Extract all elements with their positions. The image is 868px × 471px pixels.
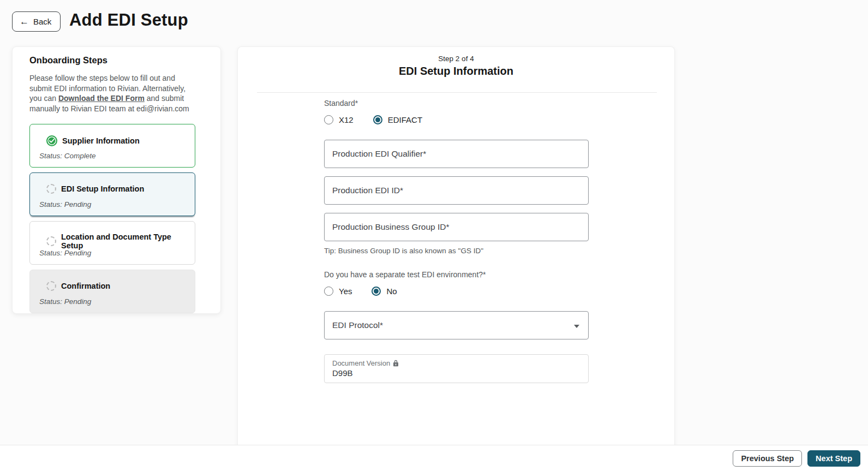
document-version-field: Document Version D99B: [324, 354, 589, 383]
production-edi-id-input[interactable]: [324, 176, 589, 205]
divider: [257, 92, 657, 93]
step-label: Supplier Information: [62, 136, 140, 145]
test-environment-radio-group: Yes No: [324, 287, 589, 296]
test-environment-question: Do you have a separate test EDI environm…: [324, 270, 589, 279]
production-business-group-id-input[interactable]: [324, 213, 589, 241]
radio-unselected-icon: [324, 115, 333, 124]
check-circle-icon: [46, 135, 57, 146]
edi-setup-form-panel: Step 2 of 4 EDI Setup Information Standa…: [237, 46, 675, 446]
form-title: EDI Setup Information: [238, 65, 674, 77]
edi-protocol-label: EDI Protocol*: [332, 320, 383, 330]
edi-setup-form: Standard* X12 EDIFACT Tip: Business Grou…: [324, 99, 589, 383]
radio-edifact[interactable]: EDIFACT: [373, 115, 422, 124]
back-button-label: Back: [33, 17, 51, 26]
business-group-id-tip: Tip: Business Group ID is also known as …: [324, 247, 589, 255]
radio-selected-icon: [372, 287, 381, 296]
back-button[interactable]: ← Back: [12, 11, 61, 32]
chevron-down-icon: [574, 325, 579, 328]
step-label: EDI Setup Information: [61, 184, 144, 193]
step-card-supplier-information[interactable]: Supplier Information Status: Complete: [29, 124, 195, 168]
radio-unselected-icon: [324, 287, 333, 296]
back-arrow-icon: ←: [20, 17, 29, 26]
step-label: Location and Document Type Setup: [61, 232, 195, 250]
previous-step-button[interactable]: Previous Step: [733, 450, 802, 467]
radio-no[interactable]: No: [372, 287, 397, 296]
pending-circle-icon: [46, 236, 56, 246]
footer-bar: Previous Step Next Step: [0, 445, 868, 471]
edi-protocol-select[interactable]: EDI Protocol*: [324, 311, 589, 339]
radio-x12-label: X12: [339, 115, 354, 124]
onboarding-steps-panel: Onboarding Steps Please follow the steps…: [12, 46, 221, 314]
standard-label: Standard*: [324, 99, 589, 108]
pending-circle-icon: [46, 281, 56, 291]
radio-no-label: No: [386, 287, 397, 296]
radio-x12[interactable]: X12: [324, 115, 354, 124]
pending-circle-icon: [46, 184, 56, 194]
radio-yes[interactable]: Yes: [324, 287, 352, 296]
radio-yes-label: Yes: [339, 287, 352, 296]
step-status: Status: Pending: [39, 297, 91, 306]
production-edi-qualifier-input[interactable]: [324, 140, 589, 168]
radio-edifact-label: EDIFACT: [388, 115, 422, 124]
page-title: Add EDI Setup: [69, 10, 188, 30]
step-status: Status: Pending: [39, 200, 91, 208]
steps-list: Supplier Information Status: Complete ED…: [29, 124, 203, 313]
step-card-confirmation: Confirmation Status: Pending: [29, 270, 195, 313]
lock-icon: [393, 360, 399, 367]
step-status: Status: Pending: [39, 249, 91, 257]
document-version-value: D99B: [332, 368, 580, 378]
onboarding-description: Please follow the steps below to fill ou…: [29, 73, 197, 114]
step-label: Confirmation: [61, 282, 110, 290]
step-card-location-document-type[interactable]: Location and Document Type Setup Status:…: [29, 221, 195, 265]
step-card-edi-setup-information[interactable]: EDI Setup Information Status: Pending: [29, 172, 195, 216]
next-step-button[interactable]: Next Step: [807, 450, 860, 467]
step-status: Status: Complete: [39, 152, 96, 160]
step-indicator: Step 2 of 4: [238, 55, 674, 63]
radio-selected-icon: [373, 115, 382, 124]
document-version-label: Document Version: [332, 359, 390, 367]
standard-radio-group: X12 EDIFACT: [324, 115, 589, 124]
onboarding-steps-title: Onboarding Steps: [29, 55, 203, 65]
download-edi-form-link[interactable]: Download the EDI Form: [58, 94, 145, 103]
